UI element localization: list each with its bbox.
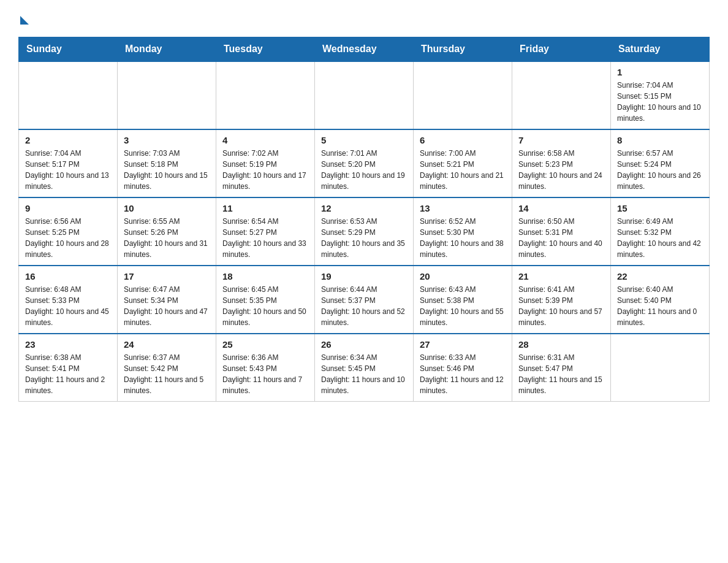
day-info: Sunrise: 6:57 AM Sunset: 5:24 PM Dayligh…: [617, 148, 703, 192]
day-info: Sunrise: 6:43 AM Sunset: 5:38 PM Dayligh…: [420, 284, 506, 328]
day-number: 28: [518, 339, 604, 350]
day-info: Sunrise: 6:47 AM Sunset: 5:34 PM Dayligh…: [124, 284, 210, 328]
calendar-cell: 6Sunrise: 7:00 AM Sunset: 5:21 PM Daylig…: [414, 129, 512, 197]
calendar-cell: 16Sunrise: 6:48 AM Sunset: 5:33 PM Dayli…: [19, 266, 118, 334]
calendar-cell: [19, 61, 118, 129]
calendar-cell: 9Sunrise: 6:56 AM Sunset: 5:25 PM Daylig…: [19, 197, 118, 266]
calendar-cell: 7Sunrise: 6:58 AM Sunset: 5:23 PM Daylig…: [512, 129, 611, 197]
day-number: 26: [321, 339, 407, 350]
day-info: Sunrise: 6:40 AM Sunset: 5:40 PM Dayligh…: [617, 284, 703, 328]
day-of-week-header: Tuesday: [216, 37, 315, 62]
day-number: 9: [25, 203, 111, 213]
day-info: Sunrise: 6:50 AM Sunset: 5:31 PM Dayligh…: [518, 216, 604, 260]
day-info: Sunrise: 6:31 AM Sunset: 5:47 PM Dayligh…: [518, 352, 604, 396]
calendar-cell: 27Sunrise: 6:33 AM Sunset: 5:46 PM Dayli…: [414, 334, 512, 402]
day-of-week-header: Friday: [512, 37, 611, 62]
day-info: Sunrise: 6:45 AM Sunset: 5:35 PM Dayligh…: [222, 284, 308, 328]
day-number: 18: [222, 271, 308, 282]
calendar-cell: 21Sunrise: 6:41 AM Sunset: 5:39 PM Dayli…: [512, 266, 611, 334]
calendar-cell: 10Sunrise: 6:55 AM Sunset: 5:26 PM Dayli…: [118, 197, 216, 266]
day-info: Sunrise: 7:00 AM Sunset: 5:21 PM Dayligh…: [420, 148, 506, 192]
calendar-cell: 22Sunrise: 6:40 AM Sunset: 5:40 PM Dayli…: [611, 266, 710, 334]
day-info: Sunrise: 6:53 AM Sunset: 5:29 PM Dayligh…: [321, 216, 407, 260]
calendar-cell: 2Sunrise: 7:04 AM Sunset: 5:17 PM Daylig…: [19, 129, 118, 197]
day-number: 4: [222, 135, 308, 145]
day-number: 19: [321, 271, 407, 282]
calendar-cell: 26Sunrise: 6:34 AM Sunset: 5:45 PM Dayli…: [315, 334, 414, 402]
calendar-cell: 8Sunrise: 6:57 AM Sunset: 5:24 PM Daylig…: [611, 129, 710, 197]
day-number: 12: [321, 203, 407, 213]
day-number: 22: [617, 271, 703, 282]
calendar-cell: 17Sunrise: 6:47 AM Sunset: 5:34 PM Dayli…: [118, 266, 216, 334]
calendar-week-row: 16Sunrise: 6:48 AM Sunset: 5:33 PM Dayli…: [19, 266, 710, 334]
day-info: Sunrise: 6:58 AM Sunset: 5:23 PM Dayligh…: [518, 148, 604, 192]
calendar-header-row: SundayMondayTuesdayWednesdayThursdayFrid…: [19, 37, 710, 62]
day-number: 21: [518, 271, 604, 282]
logo-arrow-icon: [20, 16, 29, 25]
day-info: Sunrise: 6:33 AM Sunset: 5:46 PM Dayligh…: [420, 352, 506, 396]
day-info: Sunrise: 6:36 AM Sunset: 5:43 PM Dayligh…: [222, 352, 308, 396]
day-info: Sunrise: 6:44 AM Sunset: 5:37 PM Dayligh…: [321, 284, 407, 328]
day-of-week-header: Sunday: [19, 37, 118, 62]
calendar-cell: [315, 61, 414, 129]
calendar-cell: 15Sunrise: 6:49 AM Sunset: 5:32 PM Dayli…: [611, 197, 710, 266]
day-number: 5: [321, 135, 407, 145]
day-info: Sunrise: 6:34 AM Sunset: 5:45 PM Dayligh…: [321, 352, 407, 396]
day-info: Sunrise: 6:49 AM Sunset: 5:32 PM Dayligh…: [617, 216, 703, 260]
calendar-cell: [216, 61, 315, 129]
calendar-week-row: 23Sunrise: 6:38 AM Sunset: 5:41 PM Dayli…: [19, 334, 710, 402]
calendar-week-row: 9Sunrise: 6:56 AM Sunset: 5:25 PM Daylig…: [19, 197, 710, 266]
calendar-cell: 28Sunrise: 6:31 AM Sunset: 5:47 PM Dayli…: [512, 334, 611, 402]
day-number: 7: [518, 135, 604, 145]
day-number: 11: [222, 203, 308, 213]
day-number: 20: [420, 271, 506, 282]
calendar-cell: [118, 61, 216, 129]
day-number: 8: [617, 135, 703, 145]
calendar-cell: 13Sunrise: 6:52 AM Sunset: 5:30 PM Dayli…: [414, 197, 512, 266]
day-of-week-header: Monday: [118, 37, 216, 62]
calendar-cell: 24Sunrise: 6:37 AM Sunset: 5:42 PM Dayli…: [118, 334, 216, 402]
calendar-cell: 19Sunrise: 6:44 AM Sunset: 5:37 PM Dayli…: [315, 266, 414, 334]
day-info: Sunrise: 6:56 AM Sunset: 5:25 PM Dayligh…: [25, 216, 111, 260]
day-number: 3: [124, 135, 210, 145]
day-info: Sunrise: 6:54 AM Sunset: 5:27 PM Dayligh…: [222, 216, 308, 260]
day-number: 15: [617, 203, 703, 213]
day-info: Sunrise: 7:02 AM Sunset: 5:19 PM Dayligh…: [222, 148, 308, 192]
day-number: 2: [25, 135, 111, 145]
calendar-cell: 3Sunrise: 7:03 AM Sunset: 5:18 PM Daylig…: [118, 129, 216, 197]
calendar-cell: 12Sunrise: 6:53 AM Sunset: 5:29 PM Dayli…: [315, 197, 414, 266]
day-info: Sunrise: 7:01 AM Sunset: 5:20 PM Dayligh…: [321, 148, 407, 192]
calendar-week-row: 1Sunrise: 7:04 AM Sunset: 5:15 PM Daylig…: [19, 61, 710, 129]
day-info: Sunrise: 6:55 AM Sunset: 5:26 PM Dayligh…: [124, 216, 210, 260]
day-number: 16: [25, 271, 111, 282]
calendar-cell: [611, 334, 710, 402]
calendar-table: SundayMondayTuesdayWednesdayThursdayFrid…: [18, 37, 710, 402]
calendar-cell: 23Sunrise: 6:38 AM Sunset: 5:41 PM Dayli…: [19, 334, 118, 402]
calendar-cell: 4Sunrise: 7:02 AM Sunset: 5:19 PM Daylig…: [216, 129, 315, 197]
calendar-cell: 18Sunrise: 6:45 AM Sunset: 5:35 PM Dayli…: [216, 266, 315, 334]
calendar-cell: 14Sunrise: 6:50 AM Sunset: 5:31 PM Dayli…: [512, 197, 611, 266]
day-number: 14: [518, 203, 604, 213]
day-number: 10: [124, 203, 210, 213]
day-info: Sunrise: 6:37 AM Sunset: 5:42 PM Dayligh…: [124, 352, 210, 396]
day-info: Sunrise: 7:04 AM Sunset: 5:15 PM Dayligh…: [617, 80, 703, 124]
day-of-week-header: Wednesday: [315, 37, 414, 62]
calendar-cell: 25Sunrise: 6:36 AM Sunset: 5:43 PM Dayli…: [216, 334, 315, 402]
day-of-week-header: Saturday: [611, 37, 710, 62]
calendar-cell: 1Sunrise: 7:04 AM Sunset: 5:15 PM Daylig…: [611, 61, 710, 129]
day-info: Sunrise: 6:41 AM Sunset: 5:39 PM Dayligh…: [518, 284, 604, 328]
day-of-week-header: Thursday: [414, 37, 512, 62]
day-info: Sunrise: 6:48 AM Sunset: 5:33 PM Dayligh…: [25, 284, 111, 328]
day-number: 13: [420, 203, 506, 213]
logo: [18, 12, 29, 25]
day-number: 23: [25, 339, 111, 350]
calendar-cell: 5Sunrise: 7:01 AM Sunset: 5:20 PM Daylig…: [315, 129, 414, 197]
day-number: 6: [420, 135, 506, 145]
calendar-cell: 11Sunrise: 6:54 AM Sunset: 5:27 PM Dayli…: [216, 197, 315, 266]
calendar-cell: [512, 61, 611, 129]
day-info: Sunrise: 6:38 AM Sunset: 5:41 PM Dayligh…: [25, 352, 111, 396]
calendar-cell: 20Sunrise: 6:43 AM Sunset: 5:38 PM Dayli…: [414, 266, 512, 334]
page-header: [18, 12, 710, 25]
day-info: Sunrise: 7:04 AM Sunset: 5:17 PM Dayligh…: [25, 148, 111, 192]
day-info: Sunrise: 7:03 AM Sunset: 5:18 PM Dayligh…: [124, 148, 210, 192]
